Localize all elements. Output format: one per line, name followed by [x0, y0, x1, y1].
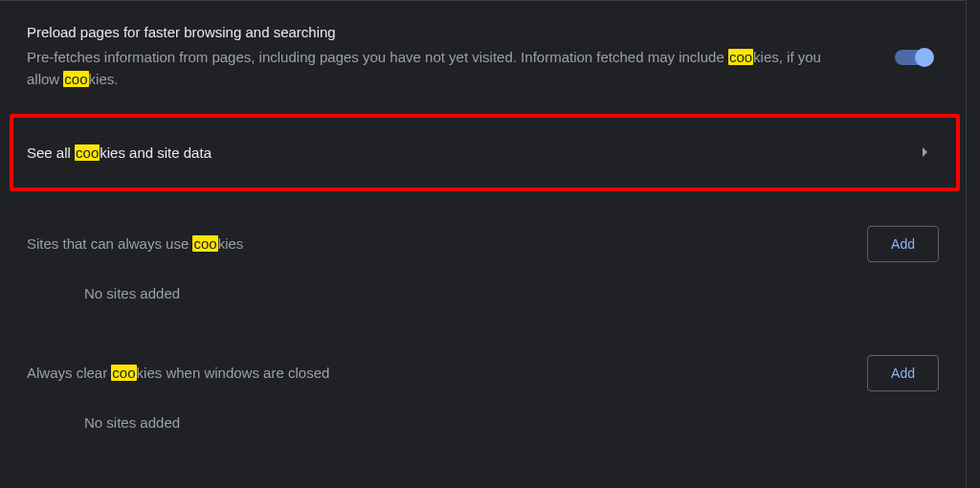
preload-title: Preload pages for faster browsing and se…	[27, 24, 850, 40]
add-site-clear-button[interactable]: Add	[867, 355, 939, 391]
no-sites-added-text: No sites added	[27, 285, 943, 301]
always-clear-label: Always clear cookies when windows are cl…	[27, 365, 329, 381]
search-highlight: coo	[728, 49, 753, 65]
no-sites-added-text: No sites added	[27, 414, 943, 431]
search-highlight: coo	[192, 235, 217, 252]
search-highlight: coo	[111, 365, 136, 381]
toggle-knob	[915, 48, 934, 67]
sites-always-label: Sites that can always use cookies	[27, 235, 243, 252]
preload-toggle[interactable]	[895, 50, 931, 65]
sites-always-use-cookies-section: Sites that can always use cookies Add	[27, 226, 943, 262]
see-all-cookies-label: See all cookies and site data	[27, 144, 212, 161]
chevron-right-icon	[923, 147, 927, 157]
search-highlight: coo	[75, 144, 100, 161]
see-all-cookies-row[interactable]: See all cookies and site data	[10, 114, 960, 191]
preload-description: Pre-fetches information from pages, incl…	[27, 46, 850, 91]
always-clear-cookies-section: Always clear cookies when windows are cl…	[27, 355, 943, 391]
add-site-always-button[interactable]: Add	[867, 226, 939, 262]
preload-pages-setting[interactable]: Preload pages for faster browsing and se…	[27, 24, 943, 91]
search-highlight: coo	[63, 71, 88, 87]
